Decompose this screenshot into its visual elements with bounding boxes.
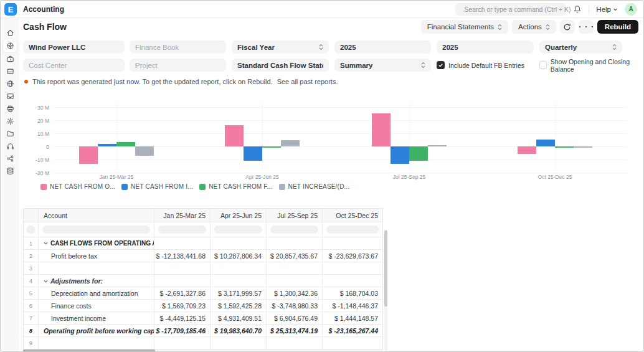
briefcase-icon[interactable] bbox=[3, 53, 17, 65]
cost-center-input[interactable] bbox=[23, 59, 125, 72]
periodicity-select[interactable]: Quarterly bbox=[539, 40, 622, 54]
bar-Apr25-Jun25-s3[interactable] bbox=[281, 140, 300, 147]
horizontal-scrollbar[interactable] bbox=[23, 350, 383, 352]
bar-Apr25-Jun25-s1[interactable] bbox=[244, 146, 262, 161]
value-cell[interactable]: $ -23,165,267.44 bbox=[323, 325, 382, 337]
value-cell[interactable] bbox=[154, 237, 211, 250]
value-cell[interactable] bbox=[323, 237, 382, 250]
value-cell[interactable]: $ 4,931,409.51 bbox=[211, 312, 267, 325]
value-cell[interactable] bbox=[267, 275, 323, 287]
value-cell[interactable] bbox=[267, 337, 323, 350]
company-input[interactable] bbox=[23, 40, 125, 54]
horizontal-scrollbar-thumb[interactable] bbox=[23, 350, 155, 352]
value-cell[interactable]: $ 1,592,425.28 bbox=[211, 300, 267, 312]
project-field[interactable] bbox=[135, 62, 220, 69]
column-header-oct-25-dec-25[interactable]: Oct 25-Dec 25 bbox=[323, 209, 382, 222]
bar-Jul25-Sep25-s2[interactable] bbox=[409, 146, 428, 161]
value-cell[interactable]: $ 3,171,999.57 bbox=[211, 287, 267, 300]
financial-statements-menu[interactable]: Financial Statements bbox=[421, 20, 508, 34]
value-cell[interactable]: $ 19,983,640.70 bbox=[211, 325, 267, 337]
value-cell[interactable]: $ 1,444,148.57 bbox=[323, 312, 382, 325]
column-header-account[interactable]: Account bbox=[39, 209, 154, 222]
card-icon[interactable] bbox=[3, 65, 17, 77]
value-cell[interactable]: $ -1,148,446.37 bbox=[323, 300, 382, 312]
legend-item[interactable]: NET CASH FROM F... bbox=[199, 183, 272, 190]
bar-Jul25-Sep25-s3[interactable] bbox=[428, 145, 447, 146]
global-search-input[interactable]: Search or type a command (Ctrl + K) bbox=[455, 3, 566, 16]
database-icon[interactable] bbox=[3, 165, 17, 177]
actions-menu[interactable]: Actions bbox=[512, 20, 556, 34]
value-cell[interactable]: $ -12,138,441.68 bbox=[154, 250, 211, 262]
bar-Jan25-Mar25-s0[interactable] bbox=[79, 146, 98, 164]
refresh-button[interactable] bbox=[560, 20, 575, 34]
folder-icon[interactable] bbox=[3, 128, 17, 140]
value-cell[interactable] bbox=[154, 337, 211, 350]
account-cell[interactable]: CASH FLOWS FROM OPERATING ACTIV bbox=[39, 237, 154, 250]
account-cell[interactable] bbox=[39, 262, 154, 275]
include-default-fb-checkbox[interactable]: Include Default FB Entries bbox=[437, 59, 524, 72]
column-filter-input[interactable] bbox=[326, 226, 379, 234]
value-cell[interactable]: $ 1,300,342.36 bbox=[267, 287, 323, 300]
finance-book-field[interactable] bbox=[135, 44, 220, 51]
rebuild-button[interactable]: Rebuild bbox=[597, 20, 638, 34]
company-field[interactable] bbox=[29, 44, 119, 51]
value-cell[interactable] bbox=[154, 262, 211, 275]
more-options-button[interactable] bbox=[579, 20, 594, 34]
column-filter-input[interactable] bbox=[270, 226, 318, 234]
filter-based-on-select[interactable]: Fiscal Year bbox=[232, 40, 329, 54]
bar-Jan25-Mar25-s2[interactable] bbox=[116, 142, 135, 146]
value-cell[interactable]: $ 20,857,435.67 bbox=[267, 250, 323, 262]
value-cell[interactable] bbox=[211, 337, 267, 350]
settings-icon[interactable] bbox=[3, 115, 17, 127]
start-year-field[interactable] bbox=[340, 44, 425, 51]
end-year-input[interactable] bbox=[437, 40, 534, 54]
value-cell[interactable]: $ -4,449,125.15 bbox=[154, 312, 211, 325]
share-icon[interactable] bbox=[3, 153, 17, 164]
value-cell[interactable]: $ 25,313,474.19 bbox=[267, 325, 323, 337]
column-header-jan-25-mar-25[interactable]: Jan 25-Mar 25 bbox=[154, 209, 211, 222]
end-year-field[interactable] bbox=[442, 44, 528, 51]
user-avatar[interactable]: A bbox=[625, 3, 637, 16]
value-cell[interactable] bbox=[267, 262, 323, 275]
value-cell[interactable]: $ 1,569,709.23 bbox=[154, 300, 211, 312]
start-year-input[interactable] bbox=[334, 40, 431, 54]
value-cell[interactable] bbox=[267, 237, 323, 250]
bar-Apr25-Jun25-s2[interactable] bbox=[262, 146, 281, 148]
bar-Jul25-Sep25-s1[interactable] bbox=[391, 146, 409, 164]
value-cell[interactable] bbox=[211, 275, 267, 287]
legend-item[interactable]: NET INCREASE/(D... bbox=[279, 183, 350, 190]
bar-Oct25-Dec25-s3[interactable] bbox=[574, 146, 592, 148]
bar-Apr25-Jun25-s0[interactable] bbox=[225, 125, 244, 146]
bar-Oct25-Dec25-s1[interactable] bbox=[536, 140, 555, 146]
value-cell[interactable]: $ -17,709,185.46 bbox=[154, 325, 211, 337]
bar-Jan25-Mar25-s1[interactable] bbox=[98, 144, 116, 146]
value-cell[interactable]: $ 6,904,676.49 bbox=[267, 312, 323, 325]
cost-center-field[interactable] bbox=[29, 62, 119, 69]
account-cell[interactable]: Profit before tax bbox=[39, 250, 154, 262]
account-cell[interactable]: Adjustments for: bbox=[39, 275, 154, 287]
globe-icon[interactable] bbox=[3, 78, 17, 90]
column-filter-input[interactable] bbox=[214, 226, 262, 234]
column-filter-input[interactable] bbox=[26, 226, 36, 234]
cash-flow-format-select[interactable]: Standard Cash Flow Statement (IFF bbox=[232, 59, 329, 72]
app-title[interactable]: Accounting bbox=[23, 5, 64, 14]
account-cell[interactable]: Finance costs bbox=[39, 300, 154, 312]
collapse-chevron-icon[interactable] bbox=[44, 240, 48, 247]
account-cell[interactable] bbox=[39, 337, 154, 350]
value-cell[interactable]: $ -2,691,327.86 bbox=[154, 287, 211, 300]
value-cell[interactable] bbox=[323, 337, 382, 350]
headset-icon[interactable] bbox=[3, 140, 17, 152]
bell-icon[interactable] bbox=[573, 5, 582, 14]
bar-Jan25-Mar25-s3[interactable] bbox=[135, 146, 154, 156]
value-cell[interactable] bbox=[211, 262, 267, 275]
account-cell[interactable]: Depreciation and amortization bbox=[39, 287, 154, 300]
project-input[interactable] bbox=[130, 59, 226, 72]
value-cell[interactable] bbox=[154, 275, 211, 287]
erpnext-logo-icon[interactable]: E bbox=[4, 3, 17, 16]
account-cell[interactable]: Operating profit before working capital … bbox=[39, 325, 154, 337]
column-filter-input[interactable] bbox=[42, 226, 150, 234]
value-cell[interactable]: $ 10,287,806.34 bbox=[211, 250, 267, 262]
value-cell[interactable]: $ 168,704.03 bbox=[323, 287, 382, 300]
column-header-apr-25-jun-25[interactable]: Apr 25-Jun 25 bbox=[211, 209, 267, 222]
bar-Oct25-Dec25-s2[interactable] bbox=[555, 146, 574, 148]
